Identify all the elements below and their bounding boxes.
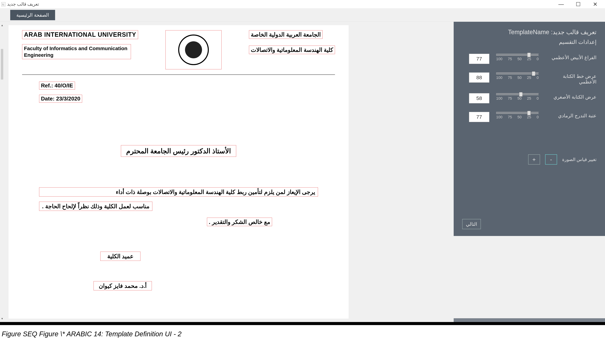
document-viewport[interactable]: ▴ ▾ ARAB INTERNATIONAL UNIVERSITY Facult… [0, 22, 353, 322]
slider-thumb[interactable] [532, 71, 535, 76]
close-button[interactable]: ✕ [590, 1, 600, 8]
next-button[interactable]: التالي [462, 219, 481, 229]
slider-row-gray-threshold: عتبة التدرج الرمادي 0 25 50 75 100 77 [462, 112, 596, 122]
toolbar: الصفحة الرئيسية [0, 9, 605, 22]
slider-value-input[interactable]: 77 [469, 112, 489, 122]
zoom-in-button[interactable]: + [528, 154, 540, 165]
settings-panel: تعريف قالب جديد: TemplateName إعدادات ال… [454, 22, 605, 236]
salutation-text: الأستاذ الدكتور رئيس الجامعة المحترم [121, 145, 236, 157]
english-university-title: ARAB INTERNATIONAL UNIVERSITY [22, 30, 138, 39]
figure-divider [0, 322, 605, 325]
english-faculty-name: Faculty of Informatics and Communication… [22, 44, 131, 59]
date-field: Date: 23/3/2020 [39, 95, 82, 103]
window-title: تعريف قالب جديد [7, 1, 39, 7]
scrollbar-thumb[interactable] [1, 49, 3, 79]
app-icon [1, 2, 5, 6]
slider-ticks: 0 25 50 75 100 [496, 96, 539, 101]
slider-ticks: 0 25 50 75 100 [496, 76, 539, 80]
signer-name: أ.د. محمد فايز كيوان [93, 281, 152, 290]
signature-title: عميد الكلية [100, 252, 141, 261]
segmentation-settings-label: إعدادات التقسيم [462, 39, 596, 45]
spacer-column [353, 22, 454, 322]
arabic-faculty-name: كلية الهندسة المعلوماتية والاتصالات [249, 46, 335, 54]
minimize-button[interactable]: — [556, 1, 566, 8]
university-logo-icon [178, 35, 209, 65]
image-scale-label: تغيير قياس الصورة [562, 157, 596, 162]
slider-ticks: 0 25 50 75 100 [496, 57, 539, 61]
scroll-up-icon[interactable]: ▴ [0, 24, 4, 27]
panel-horizontal-scrollbar[interactable] [454, 318, 605, 322]
university-logo-box [166, 30, 221, 69]
slider-label: الفراغ الأبيض الأعظمي [545, 54, 596, 60]
slider-thumb[interactable] [527, 53, 531, 57]
slider-row-max-line-width: عرض خط الكتابة الأعظمي 0 25 50 75 100 88 [462, 72, 596, 85]
slider-thumb[interactable] [527, 111, 531, 115]
figure-caption: Figure SEQ Figure \* ARABIC 14: Template… [0, 325, 605, 343]
zoom-out-button[interactable]: - [545, 154, 557, 165]
closing-text: مع خالص الشكر والتقدير . [207, 218, 272, 226]
slider-label: عرض الكتابة الأصغري [545, 93, 596, 100]
panel-title: تعريف قالب جديد: TemplateName [462, 28, 596, 36]
image-scale-row: تغيير قياس الصورة - + [462, 154, 596, 165]
reference-field: Ref.: 40/O/IE [39, 82, 75, 90]
slider-thumb[interactable] [519, 92, 523, 97]
home-page-button[interactable]: الصفحة الرئيسية [10, 10, 55, 20]
body-line-1: يرجى الإيعاز لمن يلزم لتأمين ربط كلية ال… [39, 187, 318, 196]
document-page: ARAB INTERNATIONAL UNIVERSITY Faculty of… [9, 25, 348, 319]
titlebar: تعريف قالب جديد — ☐ ✕ [0, 0, 605, 9]
slider-row-max-whitespace: الفراغ الأبيض الأعظمي 0 25 50 75 100 77 [462, 54, 596, 64]
slider-label: عتبة التدرج الرمادي [545, 112, 596, 118]
slider-track[interactable] [496, 54, 539, 56]
slider-value-input[interactable]: 88 [469, 72, 489, 83]
maximize-button[interactable]: ☐ [573, 1, 583, 8]
slider-value-input[interactable]: 77 [469, 54, 489, 64]
slider-ticks: 0 25 50 75 100 [496, 115, 539, 119]
body-line-2: مناسب لعمل الكلية وذلك نظراً لإلحاح الحا… [39, 202, 152, 211]
arabic-university-title: الجامعة العربية الدولية الخاصة [249, 30, 322, 39]
slider-track[interactable] [496, 112, 539, 114]
scroll-down-icon[interactable]: ▾ [0, 317, 4, 320]
slider-track[interactable] [496, 72, 539, 75]
slider-value-input[interactable]: 58 [469, 93, 489, 103]
slider-row-min-text-width: عرض الكتابة الأصغري 0 25 50 75 100 58 [462, 93, 596, 103]
slider-label: عرض خط الكتابة الأعظمي [545, 72, 596, 85]
main-area: ▴ ▾ ARAB INTERNATIONAL UNIVERSITY Facult… [0, 22, 605, 322]
slider-track[interactable] [496, 93, 539, 95]
vertical-scrollbar[interactable]: ▴ ▾ [0, 24, 4, 320]
